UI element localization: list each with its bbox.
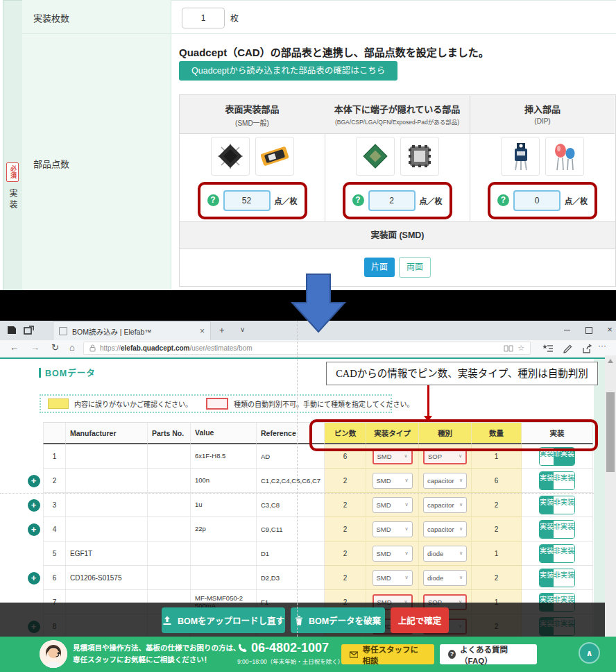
mount-type-select-value: SMD [377,574,391,582]
quantity-cell: 1 [472,541,522,566]
smd-count-input[interactable] [223,190,271,211]
mount-on-button[interactable]: 実装 [540,569,554,587]
pin-count-cell: 2 [325,493,366,517]
browser-nav-bar: ← → ↻ ⌂ https://elefab.quadcept.com/user… [0,340,616,358]
row-number: 5 [43,541,66,566]
scrollbar-up-arrow[interactable] [608,359,613,363]
favorite-star-icon[interactable]: ☆ [517,344,524,353]
mount-count-input[interactable] [182,8,225,28]
single-side-button[interactable]: 片面 [364,258,395,277]
phone-hours: 9:00~18:00（年末年始・土日祝を除く） [237,657,343,665]
expand-row-button[interactable]: + [28,572,40,585]
mount-type-select[interactable]: SMD∨ [373,473,413,489]
maximize-button[interactable] [579,321,599,339]
share-icon[interactable] [583,344,592,353]
qfn-chip-image [400,137,439,176]
hub-favorites-icon[interactable] [542,344,554,353]
form-label-column [22,0,152,289]
mount-off-button[interactable]: 非実装 [554,545,574,562]
mount-on-button[interactable]: 実装 [540,545,554,562]
category-select[interactable]: capacitor∨ [423,497,467,513]
mount-on-button[interactable]: 実装 [540,521,554,538]
address-bar[interactable]: https://elefab.quadcept.com/user/estimat… [83,342,531,355]
help-icon[interactable]: ? [207,194,219,206]
mail-icon [350,651,358,658]
mount-on-button[interactable]: 実装 [540,472,554,489]
close-window-button[interactable]: × [599,321,616,339]
faq-button[interactable]: ? よくある質問（FAQ） [440,644,537,664]
mount-off-button[interactable]: 非実装 [554,448,574,465]
category-cell: diode∨ [419,566,472,590]
mount-type-select[interactable]: SMD∨ [373,546,413,562]
scrollbar-thumb[interactable] [606,392,615,472]
confirm-button[interactable]: 上記で確定 [391,607,449,633]
mount-on-button[interactable]: 実装 [540,448,554,465]
column-title: 挿入部品 [470,102,615,115]
mount-off-button[interactable]: 非実装 [554,472,574,489]
reupload-bom-button[interactable]: BOMをアップロードし直す [162,607,285,633]
mount-off-button[interactable]: 非実装 [554,496,574,514]
minimize-button[interactable] [556,321,577,339]
scroll-to-top-button[interactable]: ∧ [579,642,600,664]
mount-cell: 実装非実装 [522,444,593,469]
category-select[interactable]: SOP∨ [423,448,467,464]
tab-menu-icon[interactable]: ∨ [240,326,245,333]
category-select[interactable]: diode∨ [423,546,467,562]
category-select[interactable]: diode∨ [423,570,467,586]
home-icon[interactable]: ⌂ [69,342,75,353]
close-tab-icon[interactable]: × [200,326,205,336]
expand-row-button[interactable]: + [28,523,40,536]
reference-cell: C9,C11 [257,517,325,541]
expand-row-button[interactable]: + [28,475,40,487]
support-message: 見積項目や操作方法、基板の仕様でお困りの方は、 専任スタッフにお気軽にご相談くだ… [73,642,241,666]
forward-icon[interactable]: → [31,342,40,353]
mount-type-select[interactable]: SMD∨ [373,497,413,513]
help-icon[interactable]: ? [497,194,509,206]
reading-view-icon[interactable] [504,345,513,352]
table-row: +6CD1206-S01575D2,D32SMD∨diode∨2実装非実装 [24,566,593,590]
chevron-down-icon: ∨ [404,478,408,483]
mount-type-select[interactable]: SMD∨ [373,570,413,586]
browser-tab[interactable]: BOM読み込み | Elefab™ × [53,321,211,340]
discard-bom-button[interactable]: BOMデータを破棄 [291,607,385,633]
phone-block: 06-4802-1007 9:00~18:00（年末年始・土日祝を除く） [237,641,343,665]
annotate-pen-icon[interactable] [563,344,572,353]
double-side-button[interactable]: 両面 [399,257,431,278]
mount-type-select[interactable]: SMD∨ [373,521,413,537]
refresh-icon[interactable]: ↻ [51,342,59,353]
parts-no-cell [148,566,191,590]
quantity-cell: 6 [472,469,522,493]
new-tab-button[interactable]: + [219,325,225,335]
mount-type-select[interactable]: SMD∨ [373,448,413,464]
review-parts-list-button[interactable]: Quadceptから読み込まれた部品表の確認はこちら [179,61,397,81]
help-icon[interactable]: ? [352,194,364,206]
mount-off-button[interactable]: 非実装 [554,569,574,587]
phone-number: 06-4802-1007 [237,641,343,655]
expand-row-button[interactable]: + [28,499,40,512]
annotation-arrow-head [424,416,432,421]
pin-count-cell: 2 [325,566,366,590]
mount-toggle: 実装非実装 [539,471,575,490]
group-label-mount: 実装 [6,189,19,211]
expander-cell: + [24,566,43,590]
category-select-value: SOP [428,453,442,460]
more-menu-icon[interactable]: ··· [598,341,606,351]
consult-staff-button[interactable]: 専任スタッフに相談 [341,644,434,664]
expander-cell [24,541,43,566]
mount-off-button[interactable]: 非実装 [554,521,574,538]
mount-type-cell: SMD∨ [366,541,419,566]
mount-on-button[interactable]: 実装 [540,496,554,514]
auto-detect-annotation: CADからの情報でピン数、実装タイプ、種別は自動判別 [326,362,598,385]
bga-count-input[interactable] [368,190,416,211]
page-scrollbar[interactable] [605,355,616,637]
back-icon[interactable]: ← [10,342,19,353]
support-message-line1: 見積項目や操作方法、基板の仕様でお困りの方は、 [73,642,241,654]
lock-icon [89,344,96,352]
category-select[interactable]: capacitor∨ [423,473,467,489]
mount-header: 実装 [522,422,593,444]
chevron-down-icon: ∨ [459,453,462,459]
question-icon: ? [448,650,456,659]
chevron-down-icon: ∨ [459,551,463,556]
dip-count-input[interactable] [513,190,561,211]
category-select[interactable]: capacitor∨ [423,521,467,537]
